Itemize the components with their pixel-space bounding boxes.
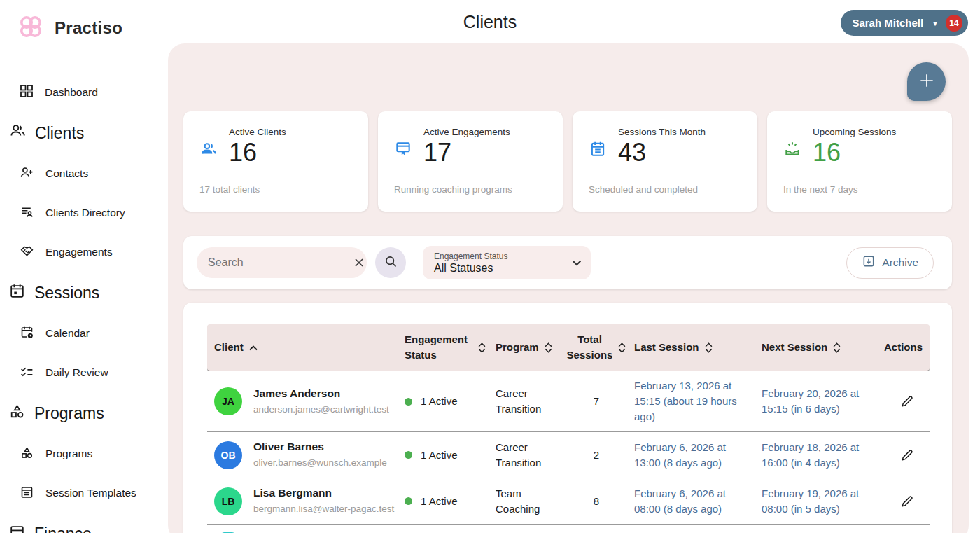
total-sessions-cell: 8 <box>561 478 627 524</box>
people-icon <box>200 140 218 167</box>
next-session-link[interactable]: February 18, 2026 at 16:00 (in 4 days) <box>762 440 874 471</box>
column-header-client[interactable]: Client <box>207 324 398 371</box>
shapes-icon <box>20 445 34 463</box>
last-session-link[interactable]: February 6, 2026 at 08:00 (8 days ago) <box>634 486 752 517</box>
sidebar-item-contacts[interactable]: Contacts <box>0 154 168 193</box>
search-input[interactable] <box>208 256 353 269</box>
avatar: JA <box>214 387 242 415</box>
chevron-down-icon: ▼ <box>932 20 939 27</box>
sidebar-item-label: Clients Directory <box>46 207 125 219</box>
sidebar-item-dashboard[interactable]: Dashboard <box>0 73 168 112</box>
client-email: anderson.james@cartwright.test <box>253 402 389 417</box>
sort-icon <box>618 342 626 353</box>
total-sessions-cell: 7 <box>561 371 627 431</box>
avatar: LB <box>214 487 242 515</box>
stat-title: Active Engagements <box>424 127 510 137</box>
sidebar-item-label: Engagements <box>46 246 113 258</box>
sidebar-item-label: Contacts <box>46 167 88 180</box>
sidebar-item-engagements[interactable]: Engagements <box>0 233 168 272</box>
stat-subtitle: 17 total clients <box>200 184 260 195</box>
sidebar-section-programs[interactable]: Programs <box>0 392 168 434</box>
add-client-button[interactable] <box>907 62 946 101</box>
user-menu-button[interactable]: Sarah Mitchell ▼ 14 <box>841 10 968 36</box>
stat-value: 17 <box>424 139 510 167</box>
sidebar-section-sessions[interactable]: Sessions <box>0 272 168 314</box>
total-sessions-cell: 2 <box>561 432 627 478</box>
column-header-total-sessions[interactable]: Total Sessions <box>561 324 627 371</box>
column-header-engagement-status[interactable]: Engagement Status <box>398 324 489 371</box>
column-header-actions: Actions <box>876 324 930 371</box>
sidebar-section-clients[interactable]: Clients <box>0 112 168 154</box>
sidebar-section-label: Clients <box>35 124 84 143</box>
stat-card-sessions-this-month: Sessions This Month 43 Scheduled and com… <box>573 111 757 212</box>
stat-title: Upcoming Sessions <box>813 127 896 137</box>
program-cell: Career Transition <box>489 432 561 478</box>
sidebar-section-finance[interactable]: Finance <box>0 513 168 533</box>
table-header-row: Client Engagement Status Program <box>207 324 930 371</box>
client-name: Oliver Barnes <box>253 439 387 455</box>
stat-value: 16 <box>813 139 896 167</box>
stat-title: Active Clients <box>229 127 286 137</box>
people-icon <box>8 122 27 144</box>
next-session-link[interactable]: February 19, 2026 at 08:00 (in 5 days) <box>762 486 874 517</box>
status-dot <box>405 451 412 459</box>
engagement-status-select[interactable]: Engagement Status All Statuses <box>423 246 591 279</box>
column-header-program[interactable]: Program <box>489 324 561 371</box>
column-header-next-session[interactable]: Next Session <box>755 324 876 371</box>
stat-card-active-engagements: Active Engagements 17 Running coaching p… <box>378 111 563 212</box>
status-badge: 1 Active <box>421 494 458 509</box>
stat-subtitle: Scheduled and completed <box>589 184 698 195</box>
status-dot <box>405 398 412 406</box>
last-session-link[interactable]: February 13, 2026 at 15:15 (about 19 hou… <box>634 378 752 424</box>
table-row[interactable]: OB Oliver Barnes oliver.barnes@wunsch.ex… <box>207 432 930 478</box>
sidebar-item-session-templates[interactable]: Session Templates <box>0 473 168 513</box>
sort-icon <box>833 342 841 353</box>
main-content-panel: Active Clients 16 17 total clients Activ… <box>168 43 969 533</box>
shapes-icon <box>8 403 26 424</box>
notification-badge[interactable]: 14 <box>946 15 962 32</box>
clear-search-icon[interactable] <box>353 256 365 269</box>
sort-icon <box>545 342 552 353</box>
sidebar-section-label: Finance <box>34 525 92 533</box>
filter-bar: Engagement Status All Statuses Archive <box>183 236 952 289</box>
next-session-link[interactable]: February 20, 2026 at 15:15 (in 6 days) <box>762 386 874 417</box>
edit-button[interactable] <box>883 448 927 462</box>
archive-label: Archive <box>882 256 918 269</box>
last-session-link[interactable]: February 6, 2026 at 13:00 (8 days ago) <box>634 440 752 471</box>
page-title: Clients <box>0 12 980 32</box>
edit-button[interactable] <box>883 494 927 508</box>
column-header-last-session[interactable]: Last Session <box>627 324 755 371</box>
finance-icon <box>8 523 26 533</box>
calendar-lines-icon <box>20 485 34 502</box>
search-icon <box>384 254 398 272</box>
table-row[interactable]: LB Lisa Bergmann bergmann.lisa@walter-pa… <box>207 478 930 525</box>
client-email: oliver.barnes@wunsch.example <box>253 455 387 471</box>
sidebar-item-daily-review[interactable]: Daily Review <box>0 353 168 392</box>
client-email: bergmann.lisa@walter-pagac.test <box>253 501 394 517</box>
program-cell: Team Coaching <box>489 478 561 524</box>
stat-card-active-clients: Active Clients 16 17 total clients <box>183 111 368 212</box>
edit-button[interactable] <box>883 394 927 408</box>
stat-subtitle: In the next 7 days <box>783 184 858 195</box>
table-row[interactable] <box>207 525 930 533</box>
stat-title: Sessions This Month <box>618 127 706 137</box>
sort-icon <box>705 342 713 353</box>
sidebar-item-programs[interactable]: Programs <box>0 434 168 473</box>
sidebar-item-calendar[interactable]: Calendar <box>0 314 168 353</box>
table-row[interactable]: JA James Anderson anderson.james@cartwri… <box>207 371 930 432</box>
archive-icon <box>862 254 876 271</box>
plus-icon <box>918 71 936 92</box>
sidebar-item-label: Daily Review <box>46 366 108 379</box>
sidebar-item-label: Calendar <box>46 327 90 340</box>
clients-table-card: Client Engagement Status Program <box>183 303 952 533</box>
stat-subtitle: Running coaching programs <box>394 184 512 195</box>
stat-cards: Active Clients 16 17 total clients Activ… <box>183 111 952 212</box>
archive-button[interactable]: Archive <box>846 247 934 279</box>
stat-value: 16 <box>229 139 286 167</box>
user-name: Sarah Mitchell <box>852 17 923 29</box>
search-input-wrapper[interactable] <box>197 247 367 278</box>
select-label: Engagement Status <box>434 251 573 261</box>
sidebar-item-clients-directory[interactable]: Clients Directory <box>0 193 168 233</box>
search-button[interactable] <box>375 247 406 278</box>
calendar-clock-icon <box>20 325 34 342</box>
